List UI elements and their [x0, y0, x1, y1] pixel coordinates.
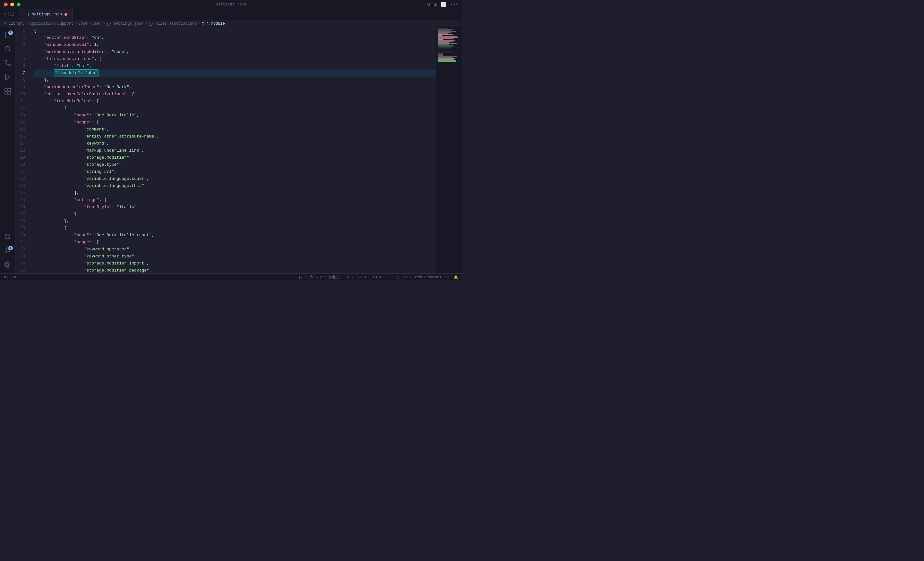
- code-line-6: "*.txt": "bat",: [34, 63, 436, 70]
- ln-18: 18: [15, 147, 29, 154]
- error-count[interactable]: ⊗ 0 ⚠ 0: [4, 275, 16, 279]
- run-icon: [4, 74, 11, 82]
- code-area[interactable]: { "editor.wordWrap": "on", "window.zoomL…: [32, 27, 436, 274]
- activity-source-control[interactable]: [2, 58, 14, 70]
- code-line-4: "workbench.startupEditor": "none",: [34, 48, 436, 55]
- editor-area: 1 2 3 4 5 6 7 8 9 10 11 12 13 14 15 16 1…: [15, 27, 462, 274]
- ln-19: 19: [15, 154, 29, 161]
- svg-point-0: [5, 46, 10, 51]
- svg-point-3: [5, 60, 7, 62]
- minimap-content: [436, 27, 462, 63]
- ln-26: 26: [15, 203, 29, 211]
- code-line-8: },: [34, 76, 436, 84]
- code-line-15: "comment",: [34, 126, 436, 133]
- tab-settings-json[interactable]: {} settings.json: [20, 9, 72, 20]
- code-line-23: "variable.language.this": [34, 183, 436, 190]
- activity-files[interactable]: 1: [2, 30, 14, 41]
- ln-28: 28: [15, 218, 29, 225]
- line-numbers: 1 2 3 4 5 6 7 8 9 10 11 12 13 14 15 16 1…: [15, 27, 32, 274]
- breadcrumb-appsupport[interactable]: Application Support: [30, 21, 74, 26]
- code-line-13: "name": "One Dark italic",: [34, 112, 436, 119]
- editor-content[interactable]: 1 2 3 4 5 6 7 8 9 10 11 12 13 14 15 16 1…: [15, 27, 436, 274]
- hamburger-icon: ≡: [4, 12, 6, 16]
- sep1: >: [26, 21, 28, 26]
- activity-extensions[interactable]: [2, 86, 14, 98]
- ln-29: 29: [15, 225, 29, 232]
- ln-31: 31: [15, 239, 29, 246]
- activity-accounts[interactable]: 1: [2, 245, 14, 257]
- maximize-button[interactable]: [16, 3, 21, 6]
- json-brace-icon: {}: [397, 275, 401, 279]
- ln-10: 10: [15, 91, 29, 98]
- code-line-26: "fontStyle": "italic": [34, 203, 436, 211]
- more-icon[interactable]: •••: [450, 2, 458, 7]
- code-line-25: "settings": {: [34, 196, 436, 203]
- ln-14: 14: [15, 119, 29, 126]
- ln-20: 20: [15, 161, 29, 168]
- explorer-label: 設定: [8, 12, 16, 17]
- sep4: >: [103, 21, 105, 26]
- breadcrumb-user[interactable]: User: [92, 21, 102, 26]
- breadcrumb-module[interactable]: ⊡ *.module: [202, 21, 225, 26]
- notification-icon[interactable]: 🔔: [454, 275, 458, 279]
- code-line-2: "editor.wordWrap": "on",: [34, 34, 436, 41]
- code-line-28: },: [34, 218, 436, 225]
- tab-explorer[interactable]: ≡ 設定: [0, 9, 20, 20]
- breadcrumb-library[interactable]: > Library: [4, 21, 25, 26]
- code-line-5: "files.associations": {: [34, 55, 436, 63]
- split-editor-icon[interactable]: ⧉: [427, 2, 430, 7]
- status-left: ⊗ 0 ⚠ 0: [4, 275, 16, 279]
- breadcrumb-files-assoc[interactable]: {} files.associations: [148, 21, 197, 26]
- minimize-button[interactable]: [10, 3, 14, 6]
- traffic-lights: [4, 3, 21, 6]
- code-line-27: }: [34, 211, 436, 218]
- code-line-19: "storage.modifier",: [34, 154, 436, 161]
- warning-icon: ⚠: [10, 275, 13, 279]
- code-line-22: "variable.language.super",: [34, 175, 436, 183]
- ln-15: 15: [15, 126, 29, 133]
- code-line-18: "markup.underline.link",: [34, 147, 436, 154]
- ln-8: 8: [15, 76, 29, 84]
- svg-rect-5: [4, 88, 7, 91]
- status-right: 行 7、列 9 (17 個選択) スペース: 4 UTF-8 LF {} JSO…: [299, 275, 458, 280]
- breadcrumb-settings[interactable]: {} settings.json: [106, 21, 143, 26]
- ln-32: 32: [15, 246, 29, 253]
- split-right-icon[interactable]: ⬜: [441, 2, 446, 7]
- activity-run[interactable]: [2, 72, 14, 84]
- activity-bar: 1: [0, 27, 15, 274]
- error-number: 0: [8, 275, 10, 279]
- ln-27: 27: [15, 211, 29, 218]
- main-layout: 1: [0, 27, 462, 274]
- ln-3: 3: [15, 41, 29, 48]
- ln-17: 17: [15, 140, 29, 147]
- ln-9: 9: [15, 84, 29, 91]
- ln-13: 13: [15, 112, 29, 119]
- code-line-1: {: [34, 27, 436, 34]
- code-line-35: "storage.modifier.package",: [34, 267, 436, 274]
- ln-2: 2: [15, 34, 29, 41]
- code-line-11: "textMateRules": [: [34, 98, 436, 105]
- code-line-16: "entity.other.attribute-name",: [34, 133, 436, 140]
- encoding[interactable]: UTF-8: [372, 275, 382, 279]
- eol[interactable]: LF: [388, 275, 392, 279]
- sep2: >: [75, 21, 77, 26]
- svg-line-1: [9, 50, 10, 52]
- code-line-17: "keyword",: [34, 140, 436, 147]
- activity-edit[interactable]: [2, 231, 14, 243]
- spaces[interactable]: スペース: 4: [346, 275, 367, 280]
- selected-text: "*.module": "php": [54, 69, 99, 77]
- svg-rect-6: [8, 88, 10, 91]
- code-line-29: {: [34, 225, 436, 232]
- ln-6: 6: [15, 63, 29, 70]
- activity-search[interactable]: [2, 44, 14, 55]
- close-button[interactable]: [4, 3, 8, 6]
- sync-icon[interactable]: ↻: [446, 275, 448, 279]
- breadcrumb-code[interactable]: Code: [78, 21, 88, 26]
- language-mode[interactable]: {} JSON with Comments: [397, 275, 441, 279]
- code-line-34: "storage.modifier.import",: [34, 260, 436, 267]
- tab-label: settings.json: [32, 12, 62, 16]
- cursor-position[interactable]: 行 7、列 9 (17 個選択): [299, 275, 341, 280]
- layout-icon[interactable]: ▣: [434, 2, 436, 7]
- activity-gear[interactable]: [2, 259, 14, 271]
- minimap[interactable]: [436, 27, 462, 274]
